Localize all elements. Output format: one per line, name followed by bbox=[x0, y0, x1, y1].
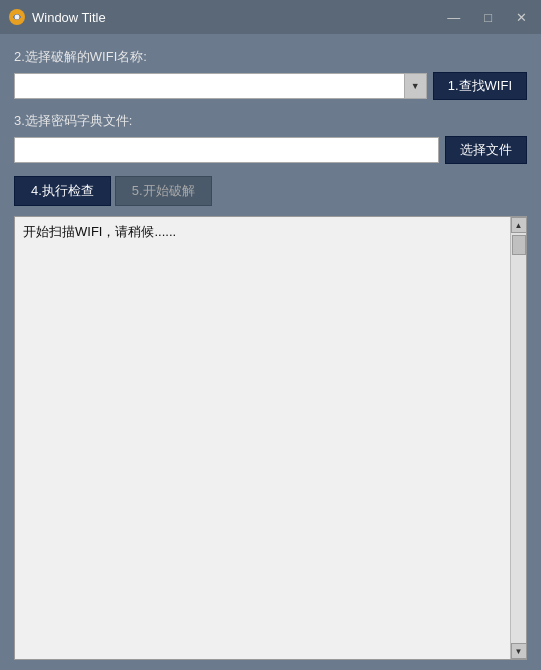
wifi-section-label: 2.选择破解的WIFI名称: bbox=[14, 48, 527, 66]
scrollbar-up-button[interactable]: ▲ bbox=[511, 217, 527, 233]
wifi-dropdown-wrapper[interactable] bbox=[14, 73, 427, 99]
close-button[interactable]: ✕ bbox=[510, 9, 533, 26]
file-path-input[interactable] bbox=[15, 138, 438, 162]
window-controls: — □ ✕ bbox=[441, 9, 533, 26]
scrollbar-track-area bbox=[511, 233, 526, 643]
action-row: 4.执行检查 5.开始破解 bbox=[14, 176, 527, 206]
content-area: 2.选择破解的WIFI名称: 1.查找WIFI 3.选择密码字典文件: 选择文件… bbox=[0, 34, 541, 670]
output-area-wrapper: 开始扫描WIFI，请稍候...... ▲ ▼ bbox=[14, 216, 527, 660]
file-section-label: 3.选择密码字典文件: bbox=[14, 112, 527, 130]
wifi-dropdown-input[interactable] bbox=[15, 74, 404, 98]
select-file-button[interactable]: 选择文件 bbox=[445, 136, 527, 164]
scrollbar-down-button[interactable]: ▼ bbox=[511, 643, 527, 659]
app-icon bbox=[8, 8, 26, 26]
svg-point-1 bbox=[15, 15, 20, 20]
scrollbar-thumb[interactable] bbox=[512, 235, 526, 255]
main-window: Window Title — □ ✕ 2.选择破解的WIFI名称: 1.查找WI… bbox=[0, 0, 541, 670]
minimize-button[interactable]: — bbox=[441, 9, 466, 26]
check-button[interactable]: 4.执行检查 bbox=[14, 176, 111, 206]
title-bar: Window Title — □ ✕ bbox=[0, 0, 541, 34]
scrollbar[interactable]: ▲ ▼ bbox=[510, 217, 526, 659]
output-text: 开始扫描WIFI，请稍候...... bbox=[15, 217, 510, 659]
wifi-dropdown-arrow[interactable] bbox=[404, 74, 426, 98]
wifi-row: 1.查找WIFI bbox=[14, 72, 527, 100]
crack-button[interactable]: 5.开始破解 bbox=[115, 176, 212, 206]
file-input-wrapper bbox=[14, 137, 439, 163]
maximize-button[interactable]: □ bbox=[478, 9, 498, 26]
file-row: 选择文件 bbox=[14, 136, 527, 164]
find-wifi-button[interactable]: 1.查找WIFI bbox=[433, 72, 527, 100]
window-title: Window Title bbox=[32, 10, 435, 25]
